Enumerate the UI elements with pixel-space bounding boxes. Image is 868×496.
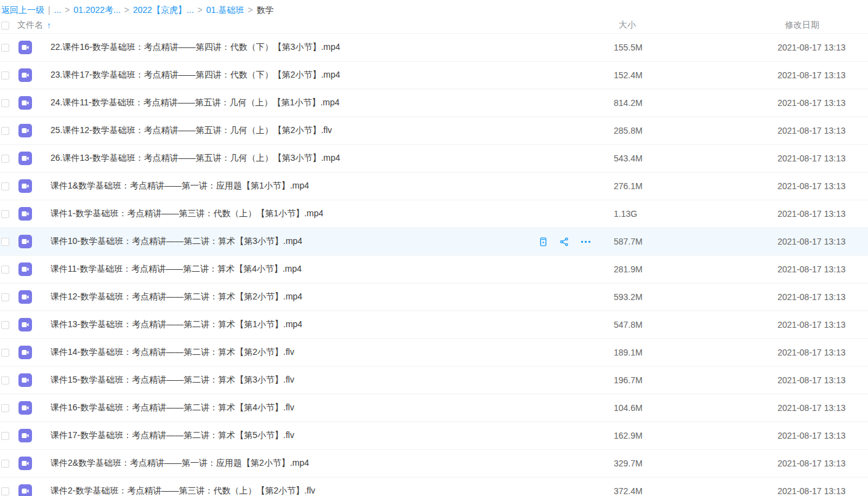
file-name-cell: 课件2-数学基础班：考点精讲——第三讲：代数（上）【第2小节】.flv bbox=[50, 486, 606, 496]
file-name[interactable]: 课件12-数学基础班：考点精讲——第二讲：算术【第2小节】.mp4 bbox=[50, 291, 302, 303]
video-file-icon bbox=[18, 124, 32, 137]
row-checkbox[interactable] bbox=[1, 432, 9, 440]
table-row[interactable]: 课件16-数学基础班：考点精讲——第二讲：算术【第4小节】.flv bbox=[0, 394, 868, 422]
video-file-icon bbox=[18, 401, 32, 415]
table-row[interactable]: 24.课件11-数学基础班：考点精讲——第五讲：几何（上）【第1小节】.mp4 bbox=[0, 89, 868, 117]
file-name[interactable]: 课件16-数学基础班：考点精讲——第二讲：算术【第4小节】.flv bbox=[50, 402, 294, 413]
file-name[interactable]: 25.课件12-数学基础班：考点精讲——第五讲：几何（上）【第2小节】.flv bbox=[50, 125, 332, 136]
file-name[interactable]: 课件2-数学基础班：考点精讲——第三讲：代数（上）【第2小节】.flv bbox=[50, 486, 315, 496]
file-name-cell: 课件14-数学基础班：考点精讲——第二讲：算术【第2小节】.flv bbox=[50, 347, 606, 358]
row-checkbox[interactable] bbox=[1, 376, 9, 384]
table-row[interactable]: 26.课件13-数学基础班：考点精讲——第五讲：几何（上）【第3小节】.mp4 bbox=[0, 145, 868, 173]
file-icon-cell bbox=[17, 179, 41, 193]
table-row[interactable]: 23.课件17-数学基础班：考点精讲——第四讲：代数（下）【第2小节】.mp4 bbox=[0, 62, 868, 89]
row-checkbox[interactable] bbox=[1, 155, 9, 163]
column-header-filename[interactable]: 文件名 ↑ bbox=[17, 20, 606, 31]
column-header-size[interactable]: 大小 bbox=[606, 20, 773, 31]
column-header-date[interactable]: 修改日期 bbox=[773, 20, 868, 31]
row-checkbox[interactable] bbox=[1, 127, 9, 135]
more-actions-icon[interactable] bbox=[580, 236, 592, 248]
row-check-cell bbox=[0, 127, 17, 135]
file-name[interactable]: 22.课件16-数学基础班：考点精讲——第四讲：代数（下）【第3小节】.mp4 bbox=[50, 42, 340, 53]
video-file-icon bbox=[18, 68, 32, 82]
file-icon-cell bbox=[17, 484, 41, 496]
video-file-icon bbox=[18, 96, 32, 110]
file-name-cell: 课件16-数学基础班：考点精讲——第二讲：算术【第4小节】.flv bbox=[50, 402, 606, 413]
breadcrumb-separator: > bbox=[198, 5, 203, 15]
select-all-checkbox[interactable] bbox=[1, 22, 9, 30]
table-row[interactable]: 课件15-数学基础班：考点精讲——第二讲：算术【第3小节】.flv bbox=[0, 367, 868, 394]
file-name[interactable]: 23.课件17-数学基础班：考点精讲——第四讲：代数（下）【第2小节】.mp4 bbox=[50, 70, 340, 81]
row-check-cell bbox=[0, 99, 17, 107]
row-checkbox[interactable] bbox=[1, 182, 9, 190]
breadcrumb-current: 数学 bbox=[257, 5, 274, 15]
file-icon-cell bbox=[17, 262, 41, 276]
file-name[interactable]: 课件17-数学基础班：考点精讲——第二讲：算术【第5小节】.flv bbox=[50, 430, 294, 441]
row-checkbox[interactable] bbox=[1, 238, 9, 246]
file-name-cell: 课件1-数学基础班：考点精讲——第三讲：代数（上）【第1小节】.mp4 bbox=[50, 208, 606, 219]
file-name-cell: 课件17-数学基础班：考点精讲——第二讲：算术【第5小节】.flv bbox=[50, 430, 606, 441]
file-name-cell: 课件2&数学基础班：考点精讲——第一讲：应用题【第2小节】.mp4 bbox=[50, 458, 606, 469]
file-size: 285.8M bbox=[606, 126, 773, 136]
row-check-cell bbox=[0, 210, 17, 218]
filename-header-label: 文件名 bbox=[17, 20, 43, 31]
row-check-cell bbox=[0, 44, 17, 52]
row-check-cell bbox=[0, 349, 17, 357]
share-icon[interactable] bbox=[559, 237, 569, 247]
file-date: 2021-08-17 13:13 bbox=[773, 264, 868, 274]
table-row[interactable]: 课件1&数学基础班：考点精讲——第一讲：应用题【第1小节】.mp4 bbox=[0, 173, 868, 200]
file-size: 372.4M bbox=[606, 486, 773, 496]
file-name[interactable]: 课件14-数学基础班：考点精讲——第二讲：算术【第2小节】.flv bbox=[50, 347, 294, 358]
breadcrumb-link[interactable]: 2022【京虎】... bbox=[133, 5, 194, 15]
file-name[interactable]: 26.课件13-数学基础班：考点精讲——第五讲：几何（上）【第3小节】.mp4 bbox=[50, 153, 340, 164]
file-name[interactable]: 课件10-数学基础班：考点精讲——第二讲：算术【第3小节】.mp4 bbox=[50, 236, 302, 247]
row-checkbox[interactable] bbox=[1, 210, 9, 218]
file-name[interactable]: 课件1-数学基础班：考点精讲——第三讲：代数（上）【第1小节】.mp4 bbox=[50, 208, 323, 219]
table-row[interactable]: 课件13-数学基础班：考点精讲——第二讲：算术【第1小节】.mp4 bbox=[0, 311, 868, 339]
table-row[interactable]: 课件17-数学基础班：考点精讲——第二讲：算术【第5小节】.flv bbox=[0, 422, 868, 450]
row-checkbox[interactable] bbox=[1, 487, 9, 495]
row-checkbox[interactable] bbox=[1, 321, 9, 329]
file-name-cell: 课件13-数学基础班：考点精讲——第二讲：算术【第1小节】.mp4 bbox=[50, 319, 606, 330]
table-row[interactable]: 课件12-数学基础班：考点精讲——第二讲：算术【第2小节】.mp4 bbox=[0, 283, 868, 311]
file-size: 593.2M bbox=[606, 292, 773, 302]
row-checkbox[interactable] bbox=[1, 404, 9, 412]
file-date: 2021-08-17 13:13 bbox=[773, 209, 868, 219]
row-check-cell bbox=[0, 432, 17, 440]
row-checkbox[interactable] bbox=[1, 266, 9, 274]
table-row[interactable]: 课件11-数学基础班：考点精讲——第二讲：算术【第4小节】.mp4 bbox=[0, 256, 868, 283]
table-row[interactable]: 课件10-数学基础班：考点精讲——第二讲：算术【第3小节】.mp4 bbox=[0, 228, 868, 256]
file-name-cell: 25.课件12-数学基础班：考点精讲——第五讲：几何（上）【第2小节】.flv bbox=[50, 125, 606, 136]
file-name[interactable]: 课件2&数学基础班：考点精讲——第一讲：应用题【第2小节】.mp4 bbox=[50, 458, 309, 469]
table-row[interactable]: 课件1-数学基础班：考点精讲——第三讲：代数（上）【第1小节】.mp4 bbox=[0, 200, 868, 228]
file-name[interactable]: 课件1&数学基础班：考点精讲——第一讲：应用题【第1小节】.mp4 bbox=[50, 181, 309, 192]
file-icon-cell bbox=[17, 457, 41, 470]
row-check-cell bbox=[0, 71, 17, 79]
row-checkbox[interactable] bbox=[1, 44, 9, 52]
breadcrumb-link[interactable]: ... bbox=[54, 5, 62, 15]
file-size: 543.4M bbox=[606, 153, 773, 163]
row-checkbox[interactable] bbox=[1, 293, 9, 301]
video-file-icon bbox=[18, 41, 32, 54]
video-file-icon bbox=[18, 179, 32, 193]
table-row[interactable]: 22.课件16-数学基础班：考点精讲——第四讲：代数（下）【第3小节】.mp4 bbox=[0, 34, 868, 62]
file-name[interactable]: 课件13-数学基础班：考点精讲——第二讲：算术【第1小节】.mp4 bbox=[50, 319, 302, 330]
row-checkbox[interactable] bbox=[1, 99, 9, 107]
row-checkbox[interactable] bbox=[1, 71, 9, 79]
file-icon-cell bbox=[17, 373, 41, 387]
file-name[interactable]: 课件11-数学基础班：考点精讲——第二讲：算术【第4小节】.mp4 bbox=[50, 264, 302, 275]
table-row[interactable]: 25.课件12-数学基础班：考点精讲——第五讲：几何（上）【第2小节】.flv bbox=[0, 117, 868, 145]
file-date: 2021-08-17 13:13 bbox=[773, 126, 868, 136]
save-to-device-icon[interactable] bbox=[538, 237, 549, 247]
breadcrumb-link[interactable]: 返回上一级 bbox=[1, 5, 44, 15]
table-row[interactable]: 课件14-数学基础班：考点精讲——第二讲：算术【第2小节】.flv bbox=[0, 339, 868, 367]
file-name[interactable]: 课件15-数学基础班：考点精讲——第二讲：算术【第3小节】.flv bbox=[50, 375, 294, 386]
table-row[interactable]: 课件2&数学基础班：考点精讲——第一讲：应用题【第2小节】.mp4 bbox=[0, 450, 868, 478]
breadcrumb-link[interactable]: 01.基础班 bbox=[206, 5, 244, 15]
breadcrumb-link[interactable]: 01.2022考... bbox=[74, 5, 121, 15]
row-checkbox[interactable] bbox=[1, 460, 9, 468]
row-checkbox[interactable] bbox=[1, 349, 9, 357]
file-name[interactable]: 24.课件11-数学基础班：考点精讲——第五讲：几何（上）【第1小节】.mp4 bbox=[50, 97, 340, 108]
table-row[interactable]: 课件2-数学基础班：考点精讲——第三讲：代数（上）【第2小节】.flv bbox=[0, 478, 868, 496]
file-icon-cell bbox=[17, 429, 41, 442]
